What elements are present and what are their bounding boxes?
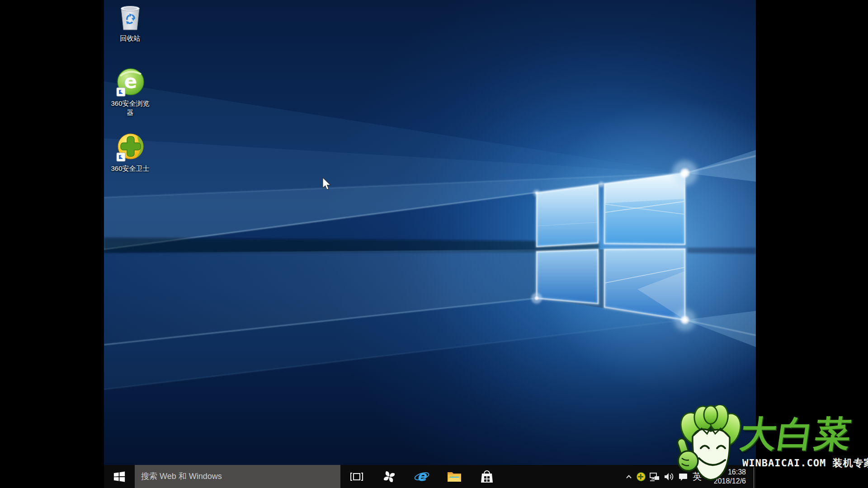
- desktop-icon-recycle-bin[interactable]: 回收站: [108, 3, 152, 43]
- task-view-button[interactable]: [340, 465, 373, 488]
- volume-icon: [664, 472, 675, 482]
- mouse-cursor: [322, 177, 331, 191]
- show-hidden-icons-button[interactable]: [623, 465, 635, 488]
- recycle-bin-icon: [117, 3, 143, 33]
- desktop-icon-360-browser[interactable]: e 360安全浏览器: [108, 68, 152, 117]
- file-explorer-icon: [447, 470, 462, 483]
- desktop-icon-label: 回收站: [108, 34, 152, 43]
- shortcut-arrow-badge: [117, 153, 125, 161]
- start-button[interactable]: [104, 465, 135, 488]
- action-center-icon: [678, 472, 688, 482]
- 360-guard-tray-button[interactable]: [635, 465, 647, 488]
- svg-text:e: e: [417, 469, 427, 484]
- taskbar: e: [104, 465, 756, 488]
- taskbar-apps: e: [340, 465, 503, 488]
- desktop-icon-label: 360安全卫士: [108, 164, 152, 173]
- desktop-icon-360-guard[interactable]: 360安全卫士: [108, 133, 152, 173]
- desktop-icon-label: 360安全浏览器: [108, 99, 152, 117]
- pinwheel-browser-icon: [382, 469, 396, 484]
- watermark-tagline: 装机专家: [832, 457, 868, 469]
- windows-logo-icon: [113, 470, 126, 483]
- pinwheel-browser-button[interactable]: [373, 465, 406, 488]
- taskbar-search-input[interactable]: [135, 465, 340, 488]
- show-desktop-button[interactable]: [754, 465, 756, 488]
- windows-store-icon: [480, 469, 494, 484]
- chevron-up-icon: [625, 473, 633, 481]
- file-explorer-button[interactable]: [438, 465, 471, 488]
- volume-tray-button[interactable]: [662, 465, 676, 488]
- 360-browser-icon: e: [116, 68, 145, 98]
- internet-explorer-button[interactable]: e: [406, 465, 438, 488]
- screen: { "desktop": { "icons": [ {"id": "recycl…: [0, 0, 868, 488]
- taskbar-clock[interactable]: 16:38 2018/12/6: [704, 465, 746, 488]
- 360-guard-tray-icon: [637, 472, 646, 481]
- windows-store-button[interactable]: [471, 465, 503, 488]
- windows-hero-wallpaper: [104, 0, 756, 488]
- ime-language-indicator[interactable]: 英: [690, 465, 704, 488]
- task-view-icon: [349, 469, 364, 484]
- svg-text:e: e: [124, 70, 137, 93]
- 360-guard-icon: [116, 133, 145, 163]
- desktop: 回收站 e 360安全浏览器: [104, 0, 756, 488]
- network-tray-button[interactable]: [647, 465, 662, 488]
- action-center-button[interactable]: [676, 465, 690, 488]
- watermark-site-text: WINBAICAI.COM 装机专家: [742, 456, 868, 470]
- clock-time: 16:38: [728, 468, 746, 477]
- network-icon: [649, 472, 660, 482]
- internet-explorer-icon: e: [414, 469, 430, 485]
- shortcut-arrow-badge: [117, 88, 125, 96]
- clock-date: 2018/12/6: [714, 477, 746, 486]
- system-tray: 英 16:38 2018/12/6: [623, 465, 746, 488]
